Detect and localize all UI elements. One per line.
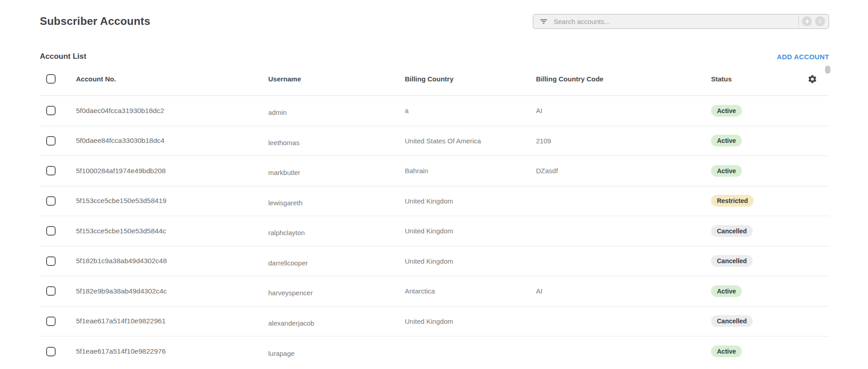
cell-status: Cancelled (711, 255, 807, 267)
table-row[interactable]: 5f0daec04fcca31930b18dc2 admin a AI Acti… (40, 96, 829, 126)
cell-username: harveyspencer (268, 285, 405, 297)
cell-billing-country: United Kingdom (405, 227, 536, 235)
info-icon[interactable]: i (815, 16, 825, 26)
row-checkbox-cell (40, 286, 76, 296)
header-username: Username (268, 75, 405, 83)
cell-account-no: 5f1eae617a514f10e9822961 (76, 317, 268, 325)
row-checkbox-cell (40, 347, 76, 356)
account-list-bar: Account List ADD ACCOUNT (40, 51, 829, 62)
row-checkbox[interactable] (46, 226, 56, 236)
header-status: Status (711, 75, 807, 83)
header-checkbox-cell (40, 74, 76, 84)
filter-list-icon[interactable] (539, 17, 548, 26)
cell-username: leethomas (268, 135, 405, 147)
cell-username: alexanderjacob (268, 316, 405, 327)
cell-username: lewisgareth (268, 195, 405, 207)
status-badge: Cancelled (711, 315, 753, 327)
search-input[interactable] (553, 17, 796, 26)
row-checkbox[interactable] (46, 196, 56, 206)
add-account-button[interactable]: ADD ACCOUNT (777, 53, 829, 61)
cell-status: Restricted (711, 195, 807, 207)
cell-account-no: 5f0daec04fcca31930b18dc2 (76, 107, 268, 115)
status-badge: Active (711, 135, 742, 147)
cell-username: markbutler (268, 165, 405, 176)
status-badge: Active (711, 285, 742, 297)
cell-status: Active (711, 285, 807, 297)
cell-username: lurapage (268, 346, 405, 357)
table-row[interactable]: 5f0daee84fcca33030b18dc4 leethomas Unite… (40, 126, 829, 156)
cell-account-no: 5f0daee84fcca33030b18dc4 (76, 137, 268, 145)
cell-billing-country: United Kingdom (405, 257, 536, 265)
subscriber-accounts-page: Subscriber Accounts i Account List ADD A… (0, 0, 868, 367)
table-row[interactable]: 5f182e9b9a38ab49d4302c4c harveyspencer A… (40, 276, 829, 307)
header-account-no: Account No. (76, 75, 268, 83)
cell-status: Cancelled (711, 225, 807, 237)
row-checkbox[interactable] (46, 106, 56, 115)
status-badge: Active (711, 105, 742, 117)
cell-account-no: 5f153cce5cbe150e53d5844c (76, 227, 268, 235)
cell-billing-country: United Kingdom (405, 197, 536, 205)
header-settings-cell (807, 74, 829, 84)
top-bar: Subscriber Accounts i (40, 0, 829, 31)
table-header-row: Account No. Username Billing Country Bil… (40, 62, 829, 96)
page-title: Subscriber Accounts (40, 15, 150, 28)
cell-billing-country: United Kingdom (405, 317, 536, 325)
row-checkbox-cell (40, 317, 76, 326)
cell-billing-country: Bahrain (405, 167, 536, 175)
cell-status: Active (711, 105, 807, 117)
cell-status: Cancelled (711, 315, 807, 327)
status-badge: Cancelled (711, 225, 753, 237)
select-all-checkbox[interactable] (46, 74, 56, 84)
status-badge: Cancelled (711, 255, 753, 267)
cell-status: Active (711, 345, 807, 357)
header-billing-country: Billing Country (405, 75, 536, 83)
cell-status: Active (711, 135, 807, 147)
row-checkbox[interactable] (46, 347, 56, 356)
row-checkbox[interactable] (46, 286, 56, 296)
cell-billing-country-code: AI (536, 287, 711, 295)
status-badge: Active (711, 345, 742, 357)
cell-account-no: 5f1eae617a514f10e9822976 (76, 347, 268, 355)
row-checkbox[interactable] (46, 166, 56, 175)
table-row[interactable]: 5f1eae617a514f10e9822961 alexanderjacob … (40, 307, 829, 337)
table-row[interactable]: 5f153cce5cbe150e53d5844c ralphclayton Un… (40, 216, 829, 246)
cell-billing-country-code: 2109 (536, 137, 711, 145)
cell-username: admin (268, 105, 405, 116)
row-checkbox-cell (40, 136, 76, 146)
cell-account-no: 5f182e9b9a38ab49d4302c4c (76, 287, 268, 295)
row-checkbox-cell (40, 106, 76, 115)
row-checkbox-cell (40, 196, 76, 206)
table-row[interactable]: 5f1000284af1974e49bdb208 markbutler Bahr… (40, 156, 829, 186)
cell-username: darrellcooper (268, 255, 405, 267)
status-badge: Restricted (711, 195, 754, 207)
cell-billing-country: a (405, 107, 536, 114)
cell-billing-country: United States Of America (405, 137, 536, 145)
account-list-heading: Account List (40, 52, 86, 61)
cell-billing-country-code: DZasdf (536, 167, 711, 175)
row-checkbox-cell (40, 256, 76, 266)
vertical-scrollbar-thumb[interactable] (825, 66, 830, 74)
cell-status: Active (711, 165, 807, 177)
gear-icon[interactable] (807, 74, 817, 84)
cell-username: ralphclayton (268, 225, 405, 237)
row-checkbox[interactable] (46, 256, 56, 266)
row-checkbox[interactable] (46, 136, 56, 146)
table-row[interactable]: 5f1eae617a514f10e9822976 lurapage Active (40, 336, 829, 367)
row-checkbox[interactable] (46, 317, 56, 326)
cell-account-no: 5f153cce5cbe150e53d58419 (76, 197, 268, 205)
lightning-icon[interactable] (802, 16, 812, 26)
cell-account-no: 5f1000284af1974e49bdb208 (76, 167, 268, 175)
search-box: i (533, 14, 829, 29)
table-row[interactable]: 5f182b1c9a38ab49d4302c48 darrellcooper U… (40, 246, 829, 277)
status-badge: Active (711, 165, 742, 177)
cell-billing-country: Antarctica (405, 287, 536, 295)
row-checkbox-cell (40, 226, 76, 236)
search-divider (798, 16, 799, 27)
cell-billing-country-code: AI (536, 107, 711, 114)
row-checkbox-cell (40, 166, 76, 175)
table-row[interactable]: 5f153cce5cbe150e53d58419 lewisgareth Uni… (40, 186, 829, 217)
cell-account-no: 5f182b1c9a38ab49d4302c48 (76, 257, 268, 265)
header-billing-country-code: Billing Country Code (536, 75, 711, 83)
table-body: 5f0daec04fcca31930b18dc2 admin a AI Acti… (40, 96, 829, 367)
